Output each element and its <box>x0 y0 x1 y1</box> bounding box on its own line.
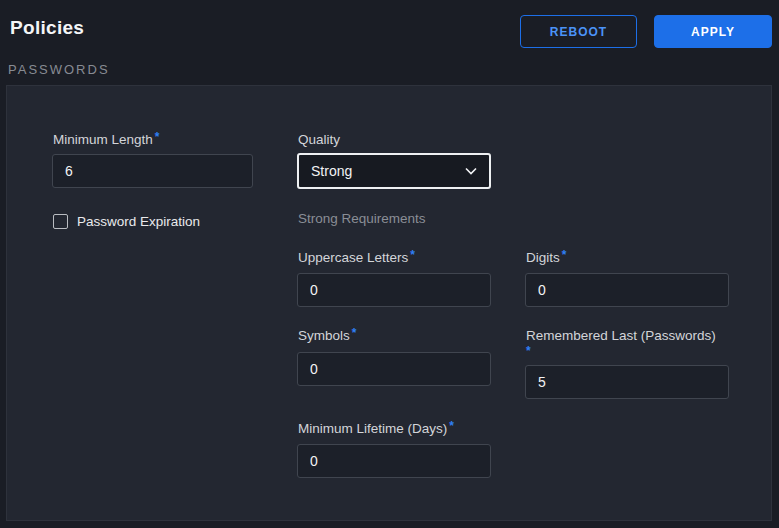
min-lifetime-input[interactable] <box>297 444 491 478</box>
strong-requirements-heading: Strong Requirements <box>298 211 426 226</box>
page-title: Policies <box>10 17 84 39</box>
uppercase-letters-label: Uppercase Letters* <box>298 250 415 265</box>
password-expiration-checkbox[interactable] <box>53 214 68 229</box>
required-indicator: * <box>562 248 567 262</box>
uppercase-letters-input[interactable] <box>297 273 491 307</box>
password-expiration-label: Password Expiration <box>77 214 200 229</box>
quality-select-value: Strong <box>311 163 352 179</box>
policies-page: Policies REBOOT APPLY PASSWORDS Minimum … <box>0 0 779 528</box>
digits-label: Digits* <box>526 250 566 265</box>
quality-label: Quality <box>298 132 340 147</box>
section-label-passwords: PASSWORDS <box>8 62 110 77</box>
reboot-button[interactable]: REBOOT <box>520 15 637 48</box>
min-lifetime-label: Minimum Lifetime (Days)* <box>298 421 454 436</box>
min-length-label: Minimum Length* <box>53 132 159 147</box>
chevron-down-icon <box>465 167 477 175</box>
required-indicator: * <box>155 130 160 144</box>
quality-select[interactable]: Strong <box>297 153 491 189</box>
required-indicator: * <box>410 248 415 262</box>
required-indicator: * <box>352 326 357 340</box>
apply-button[interactable]: APPLY <box>654 15 772 48</box>
remembered-last-input[interactable] <box>525 365 729 399</box>
digits-input[interactable] <box>525 273 729 307</box>
passwords-panel: Minimum Length* Quality Strong Password … <box>6 85 772 521</box>
required-indicator: * <box>526 344 738 358</box>
symbols-input[interactable] <box>297 352 491 386</box>
remembered-last-label: Remembered Last (Passwords)* <box>526 328 738 358</box>
required-indicator: * <box>449 419 454 433</box>
symbols-label: Symbols* <box>298 328 356 343</box>
password-expiration-row: Password Expiration <box>53 214 200 229</box>
min-length-input[interactable] <box>52 154 253 188</box>
